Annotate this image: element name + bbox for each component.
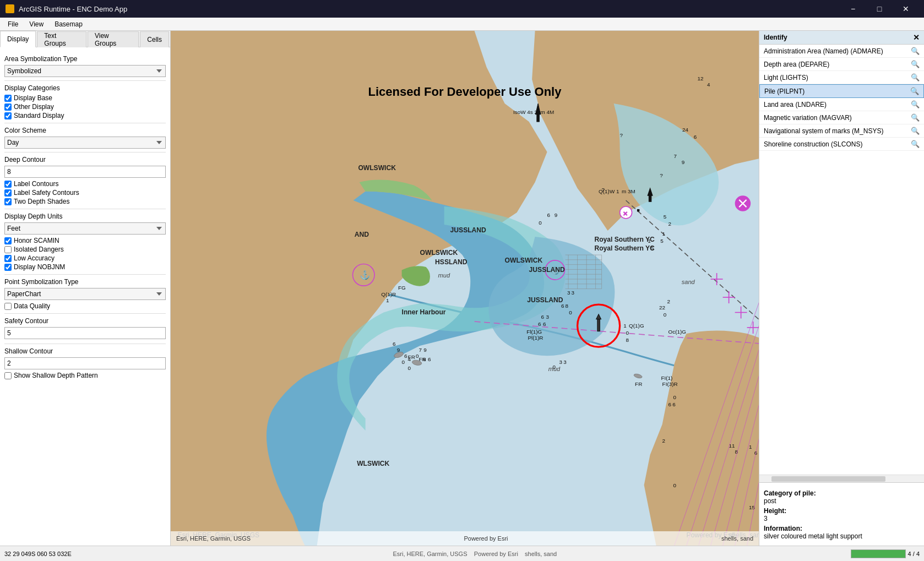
identify-search-icon[interactable]: 🔍 xyxy=(911,73,920,81)
data-quality-label: Data Quality xyxy=(14,302,50,310)
svg-text:sand: sand xyxy=(682,279,695,285)
svg-text:1: 1 xyxy=(662,231,666,237)
safety-contour-input[interactable] xyxy=(4,327,166,339)
identify-item-depare[interactable]: Depth area (DEPARE) 🔍 xyxy=(759,58,924,71)
identify-item-label: Depth area (DEPARE) xyxy=(764,61,829,68)
svg-text:?: ? xyxy=(620,132,623,138)
tab-text-groups[interactable]: Text Groups xyxy=(37,31,86,47)
identify-search-icon[interactable]: 🔍 xyxy=(911,100,920,108)
titlebar-controls[interactable]: − □ ✕ xyxy=(840,0,918,18)
identify-search-icon[interactable]: 🔍 xyxy=(911,60,920,68)
tab-bar: Display Text Groups View Groups Cells xyxy=(0,31,170,47)
honor-scamin-checkbox[interactable] xyxy=(4,237,12,244)
svg-text:mud: mud xyxy=(548,366,561,372)
svg-text:2: 2 xyxy=(662,438,666,444)
svg-text:6: 6 xyxy=(393,341,396,347)
identify-item-slcons[interactable]: Shoreline construction (SLCONS) 🔍 xyxy=(759,138,924,151)
svg-text:1: 1 xyxy=(749,444,752,450)
display-base-label: Display Base xyxy=(14,94,52,102)
identify-close-button[interactable]: ✕ xyxy=(913,33,920,42)
identify-item-label: Navigational system of marks (M_NSYS) xyxy=(764,127,883,135)
label-safety-contours-checkbox[interactable] xyxy=(4,189,12,197)
identify-header: Identify ✕ xyxy=(759,31,924,45)
close-button[interactable]: ✕ xyxy=(893,0,918,18)
low-accuracy-checkbox[interactable] xyxy=(4,255,12,262)
other-display-row: Other Display xyxy=(4,103,166,111)
other-display-checkbox[interactable] xyxy=(4,104,12,111)
tab-cells[interactable]: Cells xyxy=(140,31,169,47)
svg-rect-44 xyxy=(638,210,639,211)
category-pile-value: post xyxy=(764,497,920,505)
map-area[interactable]: ✕ ⚓ ⚓ ✕ xyxy=(171,31,759,546)
svg-text:OWLSWICK: OWLSWICK xyxy=(505,257,543,264)
svg-text:0: 0 xyxy=(569,309,572,315)
svg-text:0: 0 xyxy=(664,312,667,318)
identify-list: Administration Area (Named) (ADMARE) 🔍 D… xyxy=(759,45,924,475)
deep-contour-input[interactable] xyxy=(4,166,166,178)
identify-item-admare[interactable]: Administration Area (Named) (ADMARE) 🔍 xyxy=(759,45,924,58)
label-contours-checkbox[interactable] xyxy=(4,181,12,188)
show-shallow-depth-checkbox[interactable] xyxy=(4,372,12,379)
svg-text:0: 0 xyxy=(539,220,542,226)
minimize-button[interactable]: − xyxy=(840,0,866,18)
low-accuracy-row: Low Accuracy xyxy=(4,254,166,262)
label-safety-contours-row: Label Safety Contours xyxy=(4,189,166,197)
honor-scamin-label: Honor SCAMIN xyxy=(14,237,59,244)
menu-file[interactable]: File xyxy=(2,19,24,29)
attribution-text: Esri, HERE, Garmin, USGS xyxy=(176,535,251,542)
svg-text:0: 0 xyxy=(626,330,629,336)
menu-view[interactable]: View xyxy=(24,19,49,29)
maximize-button[interactable]: □ xyxy=(867,0,892,18)
identify-search-icon[interactable]: 🔍 xyxy=(911,127,920,135)
identify-scrollbar[interactable] xyxy=(759,475,924,482)
svg-text:JUSSLAND: JUSSLAND xyxy=(527,296,563,304)
map-annotation: shells, sand xyxy=(721,535,753,542)
deep-contour-label: Deep Contour xyxy=(4,156,166,164)
two-depth-shades-checkbox[interactable] xyxy=(4,198,12,205)
data-quality-checkbox[interactable] xyxy=(4,303,12,310)
svg-text:FI(3)R: FI(3)R xyxy=(662,381,678,387)
display-base-checkbox[interactable] xyxy=(4,95,12,102)
color-scheme-select[interactable]: Day Dusk Night xyxy=(4,137,166,149)
scrollbar-thumb[interactable] xyxy=(771,476,885,482)
svg-text:5: 5 xyxy=(664,214,667,220)
identify-search-icon[interactable]: 🔍 xyxy=(911,47,920,55)
svg-text:FI(1): FI(1) xyxy=(661,375,672,381)
point-symbolization-label: Point Symbolization Type xyxy=(4,278,166,286)
identify-item-mnsys[interactable]: Navigational system of marks (M_NSYS) 🔍 xyxy=(759,124,924,138)
identify-details: Category of pile: post Height: 3 Informa… xyxy=(759,482,924,546)
svg-text:12: 12 xyxy=(697,75,703,81)
isolated-dangers-label: Isolated Dangers xyxy=(14,246,64,253)
display-nobjnm-checkbox[interactable] xyxy=(4,264,12,271)
svg-rect-41 xyxy=(537,115,539,122)
svg-text:m 3M: m 3M xyxy=(622,188,635,194)
svg-text:6: 6 xyxy=(404,353,407,359)
svg-text:8: 8 xyxy=(566,303,569,309)
svg-rect-43 xyxy=(649,195,651,201)
svg-text:1: 1 xyxy=(623,323,627,329)
menu-basemap[interactable]: Basemap xyxy=(49,19,88,29)
area-symbolization-select[interactable]: Symbolized Plain xyxy=(4,65,166,77)
identify-item-lights[interactable]: Light (LIGHTS) 🔍 xyxy=(759,71,924,84)
identify-item-label: Administration Area (Named) (ADMARE) xyxy=(764,47,883,55)
identify-item-label: Land area (LNDARE) xyxy=(764,101,827,108)
identify-search-icon[interactable]: 🔍 xyxy=(911,113,920,122)
isolated-dangers-checkbox[interactable] xyxy=(4,246,12,253)
display-depth-units-select[interactable]: Feet Meters Fathoms xyxy=(4,222,166,235)
tab-view-groups[interactable]: View Groups xyxy=(88,31,139,47)
identify-search-icon[interactable]: 🔍 xyxy=(910,87,919,95)
safety-contour-label: Safety Contour xyxy=(4,317,166,325)
shallow-contour-input[interactable] xyxy=(4,357,166,369)
identify-search-icon[interactable]: 🔍 xyxy=(911,140,920,148)
identify-item-pilpnt[interactable]: Pile (PILPNT) 🔍 xyxy=(759,84,924,98)
standard-display-checkbox[interactable] xyxy=(4,112,12,119)
point-symbolization-select[interactable]: PaperChart Simplified xyxy=(4,288,166,300)
svg-text:6: 6 xyxy=(694,134,697,140)
identify-item-lndare[interactable]: Land area (LNDARE) 🔍 xyxy=(759,98,924,111)
identify-item-label: Shoreline construction (SLCONS) xyxy=(764,140,862,148)
svg-text:WLSWICK: WLSWICK xyxy=(357,460,389,467)
svg-text:Q(1)R: Q(1)R xyxy=(381,291,396,297)
tab-display[interactable]: Display xyxy=(0,31,36,47)
svg-text:Q(1)G: Q(1)G xyxy=(629,323,644,329)
identify-item-magvar[interactable]: Magnetic variation (MAGVAR) 🔍 xyxy=(759,111,924,124)
